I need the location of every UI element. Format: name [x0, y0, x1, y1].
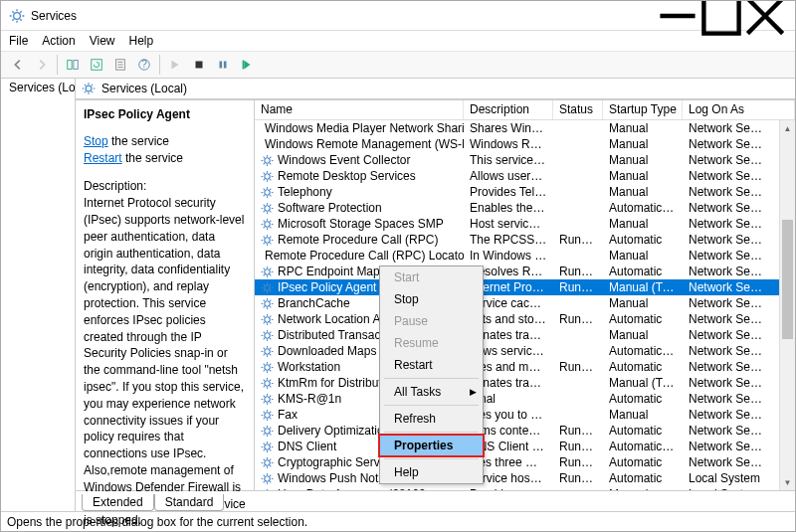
column-headers: Name Description Status Startup Type Log…	[255, 100, 795, 120]
cell-name: Telephony	[255, 185, 464, 199]
service-row[interactable]: Microsoft Storage Spaces SMPHost service…	[255, 216, 795, 232]
restart-service-button[interactable]	[236, 54, 258, 76]
tree-item-services-local[interactable]: Services (Local	[5, 81, 71, 94]
cell-startup: Automatic (De…	[603, 201, 683, 215]
svg-rect-10	[224, 62, 227, 69]
cell-status: Running	[553, 233, 603, 247]
cell-description: Shares Window…	[464, 121, 553, 135]
cell-startup: Manual	[603, 408, 683, 422]
menu-item-help[interactable]: Help	[380, 461, 483, 483]
statusbar-text: Opens the properties dialog box for the …	[7, 515, 307, 529]
svg-point-21	[265, 237, 270, 242]
service-row[interactable]: Distributed Transactiordinates tra…Manua…	[255, 327, 795, 343]
maximize-button[interactable]	[699, 2, 743, 30]
cell-startup: Manual (Trigg…	[603, 280, 683, 294]
forward-button[interactable]	[31, 54, 53, 76]
menu-action[interactable]: Action	[42, 34, 75, 48]
svg-point-27	[265, 332, 270, 337]
menu-item-all-tasks[interactable]: All Tasks▶	[380, 381, 483, 403]
cell-status: Running	[553, 455, 603, 469]
console-tree[interactable]: Services (Local	[1, 79, 76, 511]
menu-item-stop[interactable]: Stop	[380, 288, 483, 310]
menu-item-start: Start	[380, 266, 483, 288]
scroll-thumb[interactable]	[782, 220, 793, 339]
service-row[interactable]: Windows Remote Management (WS-Mana…Windo…	[255, 136, 795, 152]
column-status[interactable]: Status	[553, 100, 603, 119]
svg-rect-8	[196, 62, 203, 69]
service-row[interactable]: BranchCacheservice cac…ManualNetwork Se…	[255, 295, 795, 311]
minimize-button[interactable]	[656, 2, 699, 30]
cell-startup: Automatic	[603, 265, 683, 278]
service-row[interactable]: KtmRm for Distributedrdinates tra…Manual…	[255, 375, 795, 391]
close-button[interactable]	[743, 2, 787, 30]
cell-startup: Manual	[603, 296, 683, 310]
statusbar: Opens the properties dialog box for the …	[1, 511, 795, 531]
cell-status: Running	[553, 265, 603, 278]
export-button[interactable]	[109, 54, 131, 76]
scroll-up-button[interactable]: ▲	[780, 120, 795, 136]
refresh-button[interactable]	[86, 54, 107, 76]
service-row[interactable]: RPC Endpoint MapperResolves RPC in…Runni…	[255, 264, 795, 279]
column-description[interactable]: Description	[464, 100, 553, 119]
restart-link[interactable]: Restart	[84, 151, 122, 165]
svg-point-24	[265, 284, 270, 289]
menu-item-restart[interactable]: Restart	[380, 354, 483, 376]
service-row[interactable]: Network Location Awaects and sto…Running…	[255, 311, 795, 327]
pause-service-button[interactable]	[212, 54, 234, 76]
service-row[interactable]: Faxples you to …ManualNetwork Se…	[255, 407, 795, 423]
tab-extended[interactable]: Extended	[82, 494, 154, 511]
service-row[interactable]: Software ProtectionEnables the do…Automa…	[255, 200, 795, 216]
cell-name: Software Protection	[255, 201, 464, 215]
service-row[interactable]: DNS ClientDNS Client …RunningAutomatic (…	[255, 439, 795, 454]
gear-icon	[82, 82, 96, 95]
service-row[interactable]: Cryptographic Serviceides three …Running…	[255, 454, 795, 470]
menu-item-properties[interactable]: Properties	[380, 435, 483, 456]
scroll-down-button[interactable]: ▼	[780, 474, 795, 490]
service-row[interactable]: User Data Access_ed28102Provides apps a……	[255, 486, 795, 490]
cell-startup: Automatic	[603, 360, 683, 374]
service-row[interactable]: IPsec Policy AgentInternet Protoc…Runnin…	[255, 279, 795, 295]
stop-service-button[interactable]	[188, 54, 210, 76]
column-startup[interactable]: Startup Type	[603, 100, 683, 119]
help-button[interactable]: ?	[133, 54, 155, 76]
cell-startup: Manual	[603, 169, 683, 183]
service-row[interactable]: Downloaded Maps Madows servic…Automatic …	[255, 343, 795, 359]
service-row[interactable]: Delivery Optimizationorms conte…RunningA…	[255, 423, 795, 439]
detail-pane: IPsec Policy Agent Stop the service Rest…	[76, 100, 255, 490]
cell-startup: Manual	[603, 487, 683, 490]
svg-point-36	[265, 475, 270, 480]
menu-file[interactable]: File	[9, 34, 28, 48]
menu-help[interactable]: Help	[129, 34, 154, 48]
cell-status: Running	[553, 440, 603, 453]
menu-view[interactable]: View	[90, 34, 115, 48]
service-row[interactable]: Remote Procedure Call (RPC)The RPCSS ser…	[255, 232, 795, 248]
column-logon[interactable]: Log On As	[683, 100, 795, 119]
svg-point-30	[265, 380, 270, 385]
service-row[interactable]: Workstationates and ma…RunningAutomaticN…	[255, 359, 795, 375]
service-row[interactable]: Windows Media Player Network Sharing S…S…	[255, 120, 795, 136]
service-row[interactable]: Windows Event CollectorThis service ma…M…	[255, 152, 795, 168]
window-title: Services	[31, 9, 656, 23]
list-header: Services (Local)	[76, 79, 795, 100]
cell-description: Host service for…	[464, 217, 553, 231]
cell-startup: Manual	[603, 121, 683, 135]
tab-standard[interactable]: Standard	[154, 494, 225, 511]
cell-status: Running	[553, 312, 603, 326]
service-row[interactable]: Remote Desktop ServicesAllows users to ……	[255, 168, 795, 184]
cell-name: Microsoft Storage Spaces SMP	[255, 217, 464, 231]
services-list[interactable]: Name Description Status Startup Type Log…	[255, 100, 795, 490]
cell-description: Enables the do…	[464, 201, 553, 215]
column-name[interactable]: Name	[255, 100, 464, 119]
service-row[interactable]: TelephonyProvides Teleph…ManualNetwork S…	[255, 184, 795, 200]
show-hide-tree-button[interactable]	[62, 54, 84, 76]
stop-link[interactable]: Stop	[84, 134, 108, 148]
start-service-button[interactable]	[164, 54, 186, 76]
vertical-scrollbar[interactable]: ▲ ▼	[779, 120, 795, 490]
service-row[interactable]: Remote Procedure Call (RPC) LocatorIn Wi…	[255, 248, 795, 264]
svg-rect-2	[68, 61, 72, 70]
back-button[interactable]	[7, 54, 29, 76]
menu-item-refresh[interactable]: Refresh	[380, 408, 483, 430]
svg-point-32	[265, 412, 270, 417]
service-row[interactable]: KMS-R@1nFinalAutomaticNetwork Se…	[255, 391, 795, 407]
service-row[interactable]: Windows Push Notificservice hos…RunningA…	[255, 470, 795, 486]
